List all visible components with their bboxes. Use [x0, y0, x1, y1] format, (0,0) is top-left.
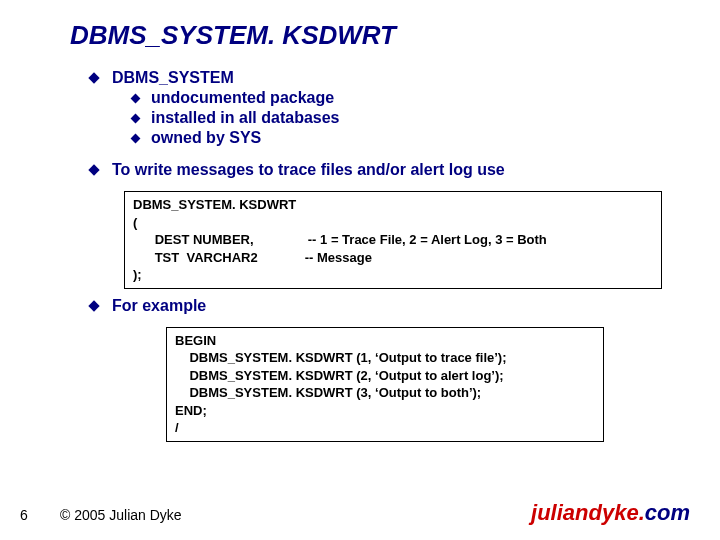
code-block-signature: DBMS_SYSTEM. KSDWRT ( DEST NUMBER, -- 1 …: [124, 191, 662, 289]
bullet-icon: [131, 94, 141, 104]
brand: juliandyke.com: [531, 500, 690, 526]
brand-part-a: juliandyke.: [531, 500, 645, 525]
bullet-icon: [131, 114, 141, 124]
bullet-text: installed in all databases: [151, 109, 340, 127]
page-number: 6: [20, 507, 60, 523]
bullet-level2: undocumented package: [132, 89, 680, 107]
bullet-level2: installed in all databases: [132, 109, 680, 127]
bullet-icon: [88, 164, 99, 175]
bullet-icon: [88, 72, 99, 83]
bullet-level2: owned by SYS: [132, 129, 680, 147]
slide-title: DBMS_SYSTEM. KSDWRT: [70, 20, 680, 51]
bullet-text: DBMS_SYSTEM: [112, 69, 680, 87]
bullet-text: For example: [112, 297, 206, 315]
bullet-text: To write messages to trace files and/or …: [112, 161, 505, 179]
bullet-icon: [131, 134, 141, 144]
bullet-level1: To write messages to trace files and/or …: [90, 161, 680, 179]
bullet-text: owned by SYS: [151, 129, 261, 147]
bullet-level1: DBMS_SYSTEM undocumented package install…: [90, 69, 680, 149]
copyright: © 2005 Julian Dyke: [60, 507, 531, 523]
bullet-level1: For example: [90, 297, 680, 315]
brand-part-b: com: [645, 500, 690, 525]
bullet-text: undocumented package: [151, 89, 334, 107]
code-block-example: BEGIN DBMS_SYSTEM. KSDWRT (1, ‘Output to…: [166, 327, 604, 442]
bullet-icon: [88, 300, 99, 311]
footer: 6 © 2005 Julian Dyke juliandyke.com: [0, 500, 720, 526]
